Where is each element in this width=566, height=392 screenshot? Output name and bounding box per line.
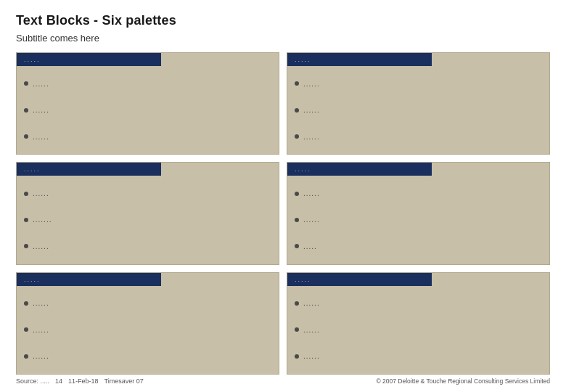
block-5-bullet-3-text: ...... bbox=[33, 352, 49, 360]
block-5-bullet-1-text: ...... bbox=[33, 299, 49, 307]
block-3-bullet-1: ...... bbox=[24, 189, 271, 197]
block-2: ....................... bbox=[287, 52, 550, 155]
block-3-bullet-2: ....... bbox=[24, 216, 271, 224]
block-3-bullet-3-text: ...... bbox=[33, 242, 49, 250]
footer-source: Source: ..... bbox=[16, 377, 49, 385]
footer-date: 11-Feb-18 bbox=[68, 377, 99, 385]
block-5-bullet-2-text: ...... bbox=[33, 326, 49, 334]
block-5-bullet-2: ...... bbox=[24, 326, 271, 334]
block-2-bullet-3: ...... bbox=[295, 133, 542, 141]
block-6-bullet-3: ...... bbox=[295, 352, 542, 360]
block-6-bullet-3-text: ...... bbox=[303, 352, 320, 360]
block-5: ....................... bbox=[16, 272, 279, 375]
bullet-dot-icon bbox=[24, 108, 28, 113]
bullet-dot-icon bbox=[24, 192, 28, 196]
block-4-header-text: ..... bbox=[295, 166, 311, 173]
block-6: ....................... bbox=[287, 272, 550, 375]
block-2-header-text: ..... bbox=[295, 56, 311, 63]
bullet-dot-icon bbox=[295, 134, 299, 139]
block-1-bullet-2-text: ...... bbox=[33, 106, 49, 114]
footer-page-number: 14 bbox=[55, 377, 62, 385]
block-4-bullet-3-text: ..... bbox=[303, 242, 317, 250]
bullet-dot-icon bbox=[295, 327, 299, 332]
footer: Source: ..... 14 11-Feb-18 Timesaver 07 … bbox=[16, 375, 550, 385]
block-3: ........................ bbox=[16, 162, 279, 264]
bullet-dot-icon bbox=[295, 244, 299, 248]
bullet-dot-icon bbox=[24, 218, 28, 222]
footer-left: Source: ..... 14 11-Feb-18 Timesaver 07 bbox=[16, 377, 144, 385]
block-6-bullet-1-text: ...... bbox=[303, 299, 320, 307]
bullet-dot-icon bbox=[24, 244, 28, 248]
bullet-dot-icon bbox=[295, 108, 299, 113]
block-3-bullet-1-text: ...... bbox=[33, 189, 49, 197]
block-6-body: .................. bbox=[287, 286, 549, 374]
block-2-bullet-1-text: ...... bbox=[303, 80, 320, 88]
block-3-header: ..... bbox=[17, 163, 161, 176]
block-3-body: ................... bbox=[17, 176, 279, 264]
block-2-header: ..... bbox=[287, 53, 432, 66]
page-title: Text Blocks - Six palettes bbox=[16, 13, 550, 28]
block-4-bullet-2-text: ...... bbox=[303, 216, 320, 224]
block-5-bullet-1: ...... bbox=[24, 299, 271, 307]
block-5-body: .................. bbox=[17, 286, 279, 374]
block-5-header-text: ..... bbox=[24, 276, 41, 283]
block-1-header-text: ..... bbox=[24, 56, 41, 63]
block-6-bullet-2-text: ...... bbox=[303, 326, 320, 334]
subtitle: Subtitle comes here bbox=[16, 33, 550, 44]
block-2-bullet-3-text: ...... bbox=[303, 133, 320, 141]
block-3-bullet-3: ...... bbox=[24, 242, 271, 250]
block-1-bullet-1: ...... bbox=[24, 80, 271, 88]
block-4-bullet-2: ...... bbox=[295, 216, 542, 224]
block-4-body: ................. bbox=[287, 176, 549, 264]
block-3-header-text: ..... bbox=[24, 166, 41, 173]
block-5-header: ..... bbox=[17, 273, 161, 286]
block-3-bullet-2-text: ....... bbox=[33, 216, 52, 224]
block-6-header: ..... bbox=[287, 273, 432, 286]
block-1-bullet-2: ...... bbox=[24, 106, 271, 114]
bullet-dot-icon bbox=[295, 81, 299, 86]
block-1-body: .................. bbox=[17, 66, 279, 154]
block-1-bullet-1-text: ...... bbox=[33, 80, 49, 88]
bullet-dot-icon bbox=[295, 354, 299, 359]
block-4-bullet-1: ...... bbox=[295, 189, 542, 197]
footer-copyright: © 2007 Deloitte & Touche Regional Consul… bbox=[376, 377, 550, 385]
block-4-bullet-3: ..... bbox=[295, 242, 542, 250]
block-2-bullet-2: ...... bbox=[295, 106, 542, 114]
block-4-header: ..... bbox=[287, 163, 432, 176]
blocks-grid: ........................................… bbox=[16, 52, 550, 375]
block-1-bullet-3: ...... bbox=[24, 133, 271, 141]
block-1: ....................... bbox=[16, 52, 279, 155]
footer-template: Timesaver 07 bbox=[104, 377, 144, 385]
block-6-bullet-1: ...... bbox=[295, 299, 542, 307]
bullet-dot-icon bbox=[24, 81, 28, 86]
bullet-dot-icon bbox=[295, 301, 299, 306]
bullet-dot-icon bbox=[24, 134, 28, 139]
block-4: ...................... bbox=[287, 162, 550, 264]
block-2-bullet-1: ...... bbox=[295, 80, 542, 88]
block-1-header: ..... bbox=[17, 53, 161, 66]
block-2-bullet-2-text: ...... bbox=[303, 106, 320, 114]
block-6-bullet-2: ...... bbox=[295, 326, 542, 334]
bullet-dot-icon bbox=[24, 301, 28, 306]
bullet-dot-icon bbox=[24, 327, 28, 332]
bullet-dot-icon bbox=[295, 192, 299, 196]
bullet-dot-icon bbox=[24, 354, 28, 359]
block-2-body: .................. bbox=[287, 66, 549, 154]
block-6-header-text: ..... bbox=[295, 276, 311, 283]
block-4-bullet-1-text: ...... bbox=[303, 189, 320, 197]
block-1-bullet-3-text: ...... bbox=[33, 133, 49, 141]
block-5-bullet-3: ...... bbox=[24, 352, 271, 360]
page: Text Blocks - Six palettes Subtitle come… bbox=[0, 0, 566, 392]
bullet-dot-icon bbox=[295, 218, 299, 222]
